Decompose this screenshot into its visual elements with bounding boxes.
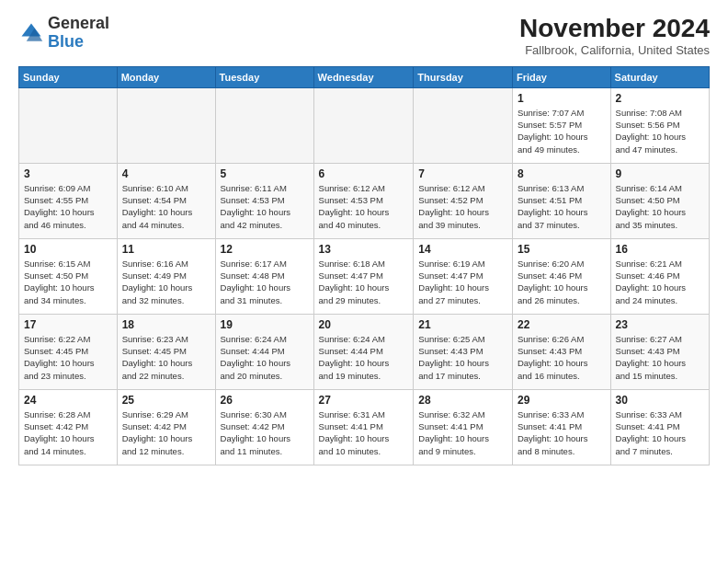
day-number: 24 (24, 394, 112, 407)
location: Fallbrook, California, United States (519, 43, 710, 57)
page: General Blue November 2024 Fallbrook, Ca… (0, 0, 728, 563)
day-info: Sunrise: 6:33 AMSunset: 4:41 PMDaylight:… (616, 408, 704, 457)
calendar-cell: 5Sunrise: 6:11 AMSunset: 4:53 PMDaylight… (215, 163, 313, 238)
weekday-header-tuesday: Tuesday (215, 66, 313, 87)
day-info: Sunrise: 6:16 AMSunset: 4:49 PMDaylight:… (122, 258, 210, 306)
calendar-cell: 26Sunrise: 6:30 AMSunset: 4:42 PMDayligh… (215, 389, 313, 465)
calendar-cell: 27Sunrise: 6:31 AMSunset: 4:41 PMDayligh… (313, 389, 414, 465)
day-info: Sunrise: 6:28 AMSunset: 4:42 PMDaylight:… (24, 408, 112, 457)
calendar-body: 1Sunrise: 7:07 AMSunset: 5:57 PMDaylight… (19, 87, 710, 465)
weekday-header-monday: Monday (117, 66, 215, 87)
day-number: 19 (221, 318, 309, 331)
month-title: November 2024 (519, 15, 710, 43)
day-number: 18 (122, 318, 210, 331)
day-number: 16 (616, 243, 704, 256)
day-number: 29 (518, 394, 606, 407)
calendar-cell: 22Sunrise: 6:26 AMSunset: 4:43 PMDayligh… (512, 314, 610, 389)
day-info: Sunrise: 6:17 AMSunset: 4:48 PMDaylight:… (221, 258, 309, 306)
day-number: 10 (24, 243, 112, 256)
calendar-cell: 7Sunrise: 6:12 AMSunset: 4:52 PMDaylight… (414, 163, 513, 238)
logo-general-text: General (48, 14, 109, 32)
day-info: Sunrise: 6:29 AMSunset: 4:42 PMDaylight:… (122, 408, 210, 457)
day-info: Sunrise: 6:20 AMSunset: 4:46 PMDaylight:… (518, 258, 606, 306)
weekday-header-row: SundayMondayTuesdayWednesdayThursdayFrid… (19, 66, 710, 87)
calendar-week-2: 3Sunrise: 6:09 AMSunset: 4:55 PMDaylight… (19, 163, 710, 238)
day-number: 12 (221, 243, 309, 256)
day-info: Sunrise: 6:24 AMSunset: 4:44 PMDaylight:… (319, 333, 409, 382)
day-number: 15 (518, 243, 606, 256)
day-info: Sunrise: 6:24 AMSunset: 4:44 PMDaylight:… (221, 333, 309, 382)
day-number: 14 (418, 243, 507, 256)
day-info: Sunrise: 7:07 AMSunset: 5:57 PMDaylight:… (518, 107, 606, 155)
calendar-cell: 3Sunrise: 6:09 AMSunset: 4:55 PMDaylight… (19, 163, 118, 238)
day-info: Sunrise: 6:25 AMSunset: 4:43 PMDaylight:… (418, 333, 507, 382)
calendar-cell: 24Sunrise: 6:28 AMSunset: 4:42 PMDayligh… (19, 389, 118, 465)
day-info: Sunrise: 6:13 AMSunset: 4:51 PMDaylight:… (518, 182, 606, 231)
day-info: Sunrise: 6:15 AMSunset: 4:50 PMDaylight:… (24, 258, 112, 306)
day-number: 4 (122, 167, 210, 180)
day-info: Sunrise: 6:33 AMSunset: 4:41 PMDaylight:… (518, 408, 606, 457)
calendar-cell: 30Sunrise: 6:33 AMSunset: 4:41 PMDayligh… (610, 389, 709, 465)
calendar-cell: 14Sunrise: 6:19 AMSunset: 4:47 PMDayligh… (414, 238, 513, 314)
calendar-week-5: 24Sunrise: 6:28 AMSunset: 4:42 PMDayligh… (19, 389, 710, 465)
calendar-cell: 19Sunrise: 6:24 AMSunset: 4:44 PMDayligh… (215, 314, 313, 389)
calendar-week-4: 17Sunrise: 6:22 AMSunset: 4:45 PMDayligh… (19, 314, 710, 389)
day-info: Sunrise: 6:12 AMSunset: 4:52 PMDaylight:… (418, 182, 507, 231)
calendar-cell (117, 87, 215, 163)
day-number: 6 (319, 167, 409, 180)
calendar-cell (313, 87, 414, 163)
weekday-header-wednesday: Wednesday (313, 66, 414, 87)
day-number: 2 (616, 92, 704, 105)
calendar-cell: 12Sunrise: 6:17 AMSunset: 4:48 PMDayligh… (215, 238, 313, 314)
calendar-cell: 16Sunrise: 6:21 AMSunset: 4:46 PMDayligh… (610, 238, 709, 314)
day-number: 26 (221, 394, 309, 407)
calendar-week-1: 1Sunrise: 7:07 AMSunset: 5:57 PMDaylight… (19, 87, 710, 163)
calendar-cell: 1Sunrise: 7:07 AMSunset: 5:57 PMDaylight… (512, 87, 610, 163)
calendar-cell: 11Sunrise: 6:16 AMSunset: 4:49 PMDayligh… (117, 238, 215, 314)
day-number: 3 (24, 167, 112, 180)
day-number: 9 (616, 167, 704, 180)
calendar-cell: 18Sunrise: 6:23 AMSunset: 4:45 PMDayligh… (117, 314, 215, 389)
day-info: Sunrise: 6:31 AMSunset: 4:41 PMDaylight:… (319, 408, 409, 457)
day-number: 1 (518, 92, 606, 105)
day-info: Sunrise: 6:14 AMSunset: 4:50 PMDaylight:… (616, 182, 704, 231)
logo-blue-text: Blue (48, 32, 84, 51)
day-number: 7 (418, 167, 507, 180)
day-info: Sunrise: 7:08 AMSunset: 5:56 PMDaylight:… (616, 107, 704, 155)
calendar-cell: 21Sunrise: 6:25 AMSunset: 4:43 PMDayligh… (414, 314, 513, 389)
day-number: 20 (319, 318, 409, 331)
calendar-cell: 23Sunrise: 6:27 AMSunset: 4:43 PMDayligh… (610, 314, 709, 389)
day-number: 30 (616, 394, 704, 407)
weekday-header-saturday: Saturday (610, 66, 709, 87)
calendar-header: SundayMondayTuesdayWednesdayThursdayFrid… (19, 66, 710, 87)
day-info: Sunrise: 6:12 AMSunset: 4:53 PMDaylight:… (319, 182, 409, 231)
day-number: 27 (319, 394, 409, 407)
title-area: November 2024 Fallbrook, California, Uni… (519, 15, 710, 57)
calendar-cell: 28Sunrise: 6:32 AMSunset: 4:41 PMDayligh… (414, 389, 513, 465)
day-info: Sunrise: 6:10 AMSunset: 4:54 PMDaylight:… (122, 182, 210, 231)
day-info: Sunrise: 6:11 AMSunset: 4:53 PMDaylight:… (221, 182, 309, 231)
day-info: Sunrise: 6:21 AMSunset: 4:46 PMDaylight:… (616, 258, 704, 306)
weekday-header-thursday: Thursday (414, 66, 513, 87)
day-info: Sunrise: 6:09 AMSunset: 4:55 PMDaylight:… (24, 182, 112, 231)
header: General Blue November 2024 Fallbrook, Ca… (18, 15, 710, 57)
calendar-cell: 13Sunrise: 6:18 AMSunset: 4:47 PMDayligh… (313, 238, 414, 314)
calendar-cell: 20Sunrise: 6:24 AMSunset: 4:44 PMDayligh… (313, 314, 414, 389)
calendar-cell: 29Sunrise: 6:33 AMSunset: 4:41 PMDayligh… (512, 389, 610, 465)
day-info: Sunrise: 6:30 AMSunset: 4:42 PMDaylight:… (221, 408, 309, 457)
day-info: Sunrise: 6:18 AMSunset: 4:47 PMDaylight:… (319, 258, 409, 306)
calendar-week-3: 10Sunrise: 6:15 AMSunset: 4:50 PMDayligh… (19, 238, 710, 314)
day-number: 13 (319, 243, 409, 256)
calendar-cell: 9Sunrise: 6:14 AMSunset: 4:50 PMDaylight… (610, 163, 709, 238)
day-info: Sunrise: 6:27 AMSunset: 4:43 PMDaylight:… (616, 333, 704, 382)
calendar-cell (19, 87, 118, 163)
calendar-cell: 17Sunrise: 6:22 AMSunset: 4:45 PMDayligh… (19, 314, 118, 389)
logo: General Blue (18, 15, 109, 52)
day-info: Sunrise: 6:23 AMSunset: 4:45 PMDaylight:… (122, 333, 210, 382)
day-info: Sunrise: 6:22 AMSunset: 4:45 PMDaylight:… (24, 333, 112, 382)
logo-icon (18, 20, 44, 46)
day-number: 8 (518, 167, 606, 180)
calendar-cell: 25Sunrise: 6:29 AMSunset: 4:42 PMDayligh… (117, 389, 215, 465)
day-number: 22 (518, 318, 606, 331)
day-number: 21 (418, 318, 507, 331)
